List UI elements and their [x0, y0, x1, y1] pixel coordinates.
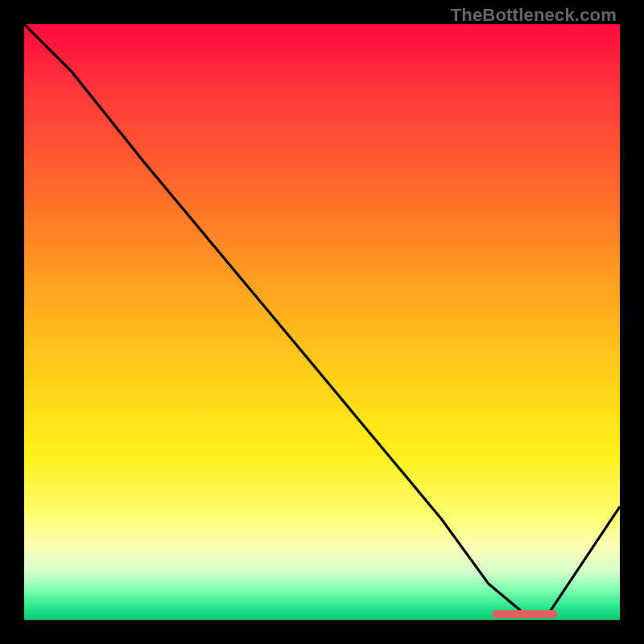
- chart-frame: [24, 24, 620, 620]
- chart-line-layer: [24, 24, 620, 620]
- optimal-range-marker: [492, 610, 557, 618]
- bottleneck-curve: [24, 24, 620, 614]
- watermark-text: TheBottleneck.com: [451, 5, 617, 26]
